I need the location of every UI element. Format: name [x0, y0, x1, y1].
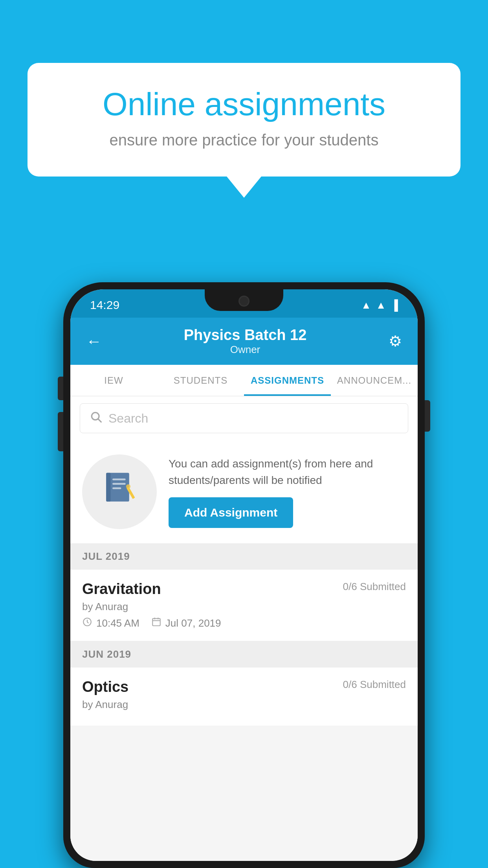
battery-icon: ▐ — [391, 299, 398, 311]
assignment-meta-gravitation: 10:45 AM — [82, 617, 406, 630]
calendar-icon — [151, 617, 161, 630]
header-title: Physics Batch 12 — [184, 327, 307, 344]
svg-rect-3 — [106, 473, 110, 501]
phone-content: 14:29 ▲ ▲ ▐ ← Physics Batch 12 Owner ⚙ — [70, 289, 418, 861]
svg-rect-4 — [112, 478, 126, 480]
svg-rect-6 — [112, 487, 121, 489]
status-time: 14:29 — [90, 298, 119, 312]
speech-bubble-container: Online assignments ensure more practice … — [28, 63, 460, 198]
phone-side-button-left-1 — [58, 377, 63, 400]
phone-side-button-left-2 — [58, 412, 63, 451]
assignment-item-top: Gravitation 0/6 Submitted — [82, 581, 406, 598]
assignment-item-optics[interactable]: Optics 0/6 Submitted by Anurag — [70, 668, 418, 726]
tab-iew[interactable]: IEW — [70, 365, 157, 396]
settings-button[interactable]: ⚙ — [389, 333, 402, 350]
app-header: ← Physics Batch 12 Owner ⚙ — [70, 318, 418, 365]
phone-mockup: 14:29 ▲ ▲ ▐ ← Physics Batch 12 Owner ⚙ — [63, 282, 425, 868]
tab-announcements[interactable]: ANNOUNCEM... — [331, 365, 418, 396]
speech-bubble: Online assignments ensure more practice … — [28, 63, 460, 177]
assignment-submitted-optics: 0/6 Submitted — [343, 679, 406, 691]
back-button[interactable]: ← — [86, 333, 102, 350]
svg-point-8 — [126, 484, 130, 488]
meta-date: Jul 07, 2019 — [151, 617, 221, 630]
assignment-author-optics: by Anurag — [82, 699, 406, 711]
svg-line-1 — [98, 419, 101, 422]
signal-icon: ▲ — [376, 299, 386, 311]
assignment-item-gravitation[interactable]: Gravitation 0/6 Submitted by Anurag — [70, 570, 418, 641]
svg-rect-10 — [152, 618, 160, 625]
status-icons: ▲ ▲ ▐ — [361, 299, 398, 311]
section-header-jun: JUN 2019 — [70, 641, 418, 668]
search-container: Search — [70, 396, 418, 440]
promo-card: You can add assignment(s) from here and … — [70, 440, 418, 543]
assignment-item-optics-top: Optics 0/6 Submitted — [82, 679, 406, 695]
speech-bubble-tail — [227, 177, 261, 198]
phone-side-button-right — [425, 400, 430, 432]
speech-bubble-subtitle: ensure more practice for your students — [55, 131, 433, 149]
search-bar[interactable]: Search — [80, 403, 408, 433]
search-placeholder-text: Search — [108, 411, 148, 426]
speech-bubble-title: Online assignments — [55, 86, 433, 122]
assignment-date-gravitation: Jul 07, 2019 — [165, 617, 221, 629]
promo-icon-circle — [82, 454, 157, 529]
assignment-title-optics: Optics — [82, 679, 128, 695]
notebook-icon — [102, 471, 137, 513]
tab-students[interactable]: STUDENTS — [157, 365, 244, 396]
search-icon — [90, 410, 102, 426]
svg-rect-5 — [112, 483, 126, 485]
scrollable-content: Search — [70, 396, 418, 861]
assignment-title-gravitation: Gravitation — [82, 581, 161, 598]
meta-time: 10:45 AM — [82, 617, 139, 630]
tab-assignments[interactable]: ASSIGNMENTS — [244, 365, 331, 396]
assignment-time-gravitation: 10:45 AM — [96, 617, 139, 629]
clock-icon — [82, 617, 92, 630]
tabs-container: IEW STUDENTS ASSIGNMENTS ANNOUNCEM... — [70, 365, 418, 396]
add-assignment-button[interactable]: Add Assignment — [169, 497, 293, 528]
promo-right: You can add assignment(s) from here and … — [169, 456, 406, 528]
header-subtitle: Owner — [184, 344, 307, 356]
phone-screen: 14:29 ▲ ▲ ▐ ← Physics Batch 12 Owner ⚙ — [70, 289, 418, 861]
wifi-icon: ▲ — [361, 299, 371, 311]
phone-notch — [205, 289, 283, 311]
assignment-author-gravitation: by Anurag — [82, 601, 406, 613]
header-center: Physics Batch 12 Owner — [184, 327, 307, 356]
phone-outer: 14:29 ▲ ▲ ▐ ← Physics Batch 12 Owner ⚙ — [63, 282, 425, 868]
section-header-jul: JUL 2019 — [70, 543, 418, 570]
promo-text: You can add assignment(s) from here and … — [169, 456, 406, 489]
phone-camera — [238, 296, 250, 307]
assignment-submitted-gravitation: 0/6 Submitted — [343, 581, 406, 593]
